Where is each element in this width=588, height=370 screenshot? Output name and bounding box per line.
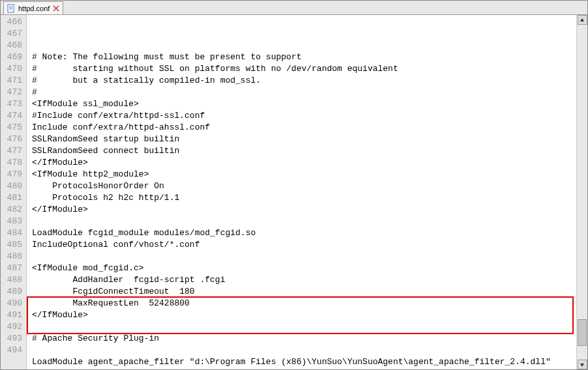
code-line[interactable]: AddHandler fcgid-script .fcgi bbox=[32, 274, 576, 286]
line-number: 491 bbox=[1, 309, 22, 321]
code-line[interactable]: # starting without SSL on platforms with… bbox=[32, 63, 576, 75]
line-number: 472 bbox=[1, 87, 22, 98]
code-line[interactable]: MaxRequestLen 52428800 bbox=[32, 298, 576, 309]
line-number: 481 bbox=[1, 192, 22, 204]
code-line[interactable]: # bbox=[32, 87, 576, 98]
code-line[interactable] bbox=[32, 368, 576, 369]
code-line[interactable] bbox=[32, 345, 576, 356]
line-number: 475 bbox=[1, 122, 22, 134]
code-line[interactable]: <IfModule ssl_module> bbox=[32, 98, 576, 110]
vertical-scrollbar[interactable] bbox=[576, 15, 587, 369]
scroll-track[interactable] bbox=[577, 25, 587, 360]
line-number: 488 bbox=[1, 274, 22, 286]
line-number: 487 bbox=[1, 263, 22, 274]
code-line[interactable]: <IfModule http2_module> bbox=[32, 169, 576, 180]
code-line[interactable]: LoadModule fcgid_module modules/mod_fcgi… bbox=[32, 227, 576, 239]
line-number: 479 bbox=[1, 169, 22, 180]
line-number: 483 bbox=[1, 216, 22, 227]
scroll-up-button[interactable] bbox=[578, 15, 587, 25]
scroll-thumb[interactable] bbox=[578, 319, 587, 346]
line-number-gutter: 4664674684694704714724734744754764774784… bbox=[1, 15, 27, 369]
code-line[interactable]: SSLRandomSeed connect builtin bbox=[32, 145, 576, 157]
code-line[interactable]: ProtocolsHonorOrder On bbox=[32, 180, 576, 192]
code-line[interactable]: # Apache Security Plug-in bbox=[32, 333, 576, 345]
editor: 4664674684694704714724734744754764774784… bbox=[1, 15, 587, 369]
line-number: 486 bbox=[1, 251, 22, 263]
tab-httpd-conf[interactable]: httpd.conf bbox=[3, 1, 63, 14]
line-number: 473 bbox=[1, 98, 22, 110]
line-number: 482 bbox=[1, 204, 22, 216]
line-number: 467 bbox=[1, 28, 22, 40]
line-number: 476 bbox=[1, 134, 22, 145]
tab-bar: httpd.conf bbox=[1, 1, 587, 15]
svg-rect-0 bbox=[8, 5, 14, 12]
code-line[interactable]: </IfModule> bbox=[32, 204, 576, 216]
code-line[interactable]: LoadModule agent_apache_filter "d:\Progr… bbox=[32, 356, 576, 368]
close-icon[interactable] bbox=[52, 5, 60, 12]
code-line[interactable]: </IfModule> bbox=[32, 157, 576, 169]
code-line[interactable] bbox=[32, 251, 576, 263]
code-area[interactable]: # Note: The following must must be prese… bbox=[27, 15, 576, 369]
line-number: 490 bbox=[1, 298, 22, 309]
line-number: 468 bbox=[1, 40, 22, 51]
code-line[interactable]: Include conf/extra/httpd-ahssl.conf bbox=[32, 122, 576, 134]
line-number: 466 bbox=[1, 16, 22, 28]
code-line[interactable]: </IfModule> bbox=[32, 309, 576, 321]
line-number: 485 bbox=[1, 239, 22, 251]
line-number: 478 bbox=[1, 157, 22, 169]
code-line[interactable] bbox=[32, 321, 576, 333]
scroll-down-button[interactable] bbox=[578, 360, 587, 369]
code-line[interactable]: FcgidConnectTimeout 180 bbox=[32, 286, 576, 298]
code-line[interactable]: # but a statically compiled-in mod_ssl. bbox=[32, 75, 576, 87]
code-line[interactable]: #Include conf/extra/httpd-ssl.conf bbox=[32, 110, 576, 122]
line-number: 469 bbox=[1, 51, 22, 63]
line-number: 484 bbox=[1, 227, 22, 239]
line-number: 493 bbox=[1, 333, 22, 345]
line-number: 480 bbox=[1, 180, 22, 192]
line-number: 477 bbox=[1, 145, 22, 157]
line-number: 470 bbox=[1, 63, 22, 75]
code-line[interactable] bbox=[32, 216, 576, 227]
code-line[interactable]: # Note: The following must must be prese… bbox=[32, 51, 576, 63]
line-number: 492 bbox=[1, 321, 22, 333]
code-line[interactable]: SSLRandomSeed startup builtin bbox=[32, 134, 576, 145]
line-number: 489 bbox=[1, 286, 22, 298]
code-line[interactable]: <IfModule mod_fcgid.c> bbox=[32, 263, 576, 274]
code-line[interactable]: Protocols h2 h2c http/1.1 bbox=[32, 192, 576, 204]
tab-filename: httpd.conf bbox=[18, 5, 50, 12]
line-number: 494 bbox=[1, 345, 22, 356]
code-line[interactable]: IncludeOptional conf/vhost/*.conf bbox=[32, 239, 576, 251]
line-number: 474 bbox=[1, 110, 22, 122]
line-number: 471 bbox=[1, 75, 22, 87]
file-icon bbox=[7, 4, 16, 13]
